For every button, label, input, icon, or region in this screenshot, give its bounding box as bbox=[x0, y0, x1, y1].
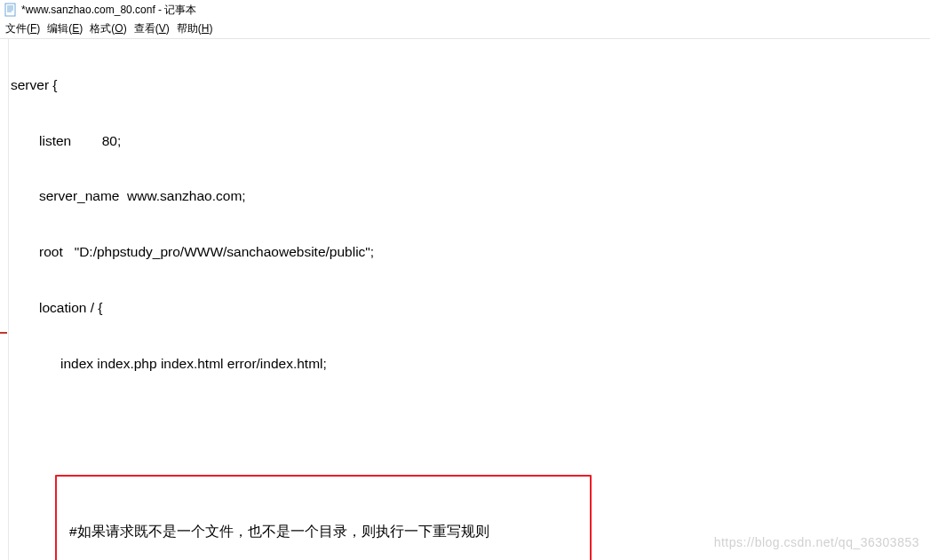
menu-bar: 文件(F) 编辑(E) 格式(O) 查看(V) 帮助(H) bbox=[0, 20, 930, 39]
menu-help[interactable]: 帮助(H) bbox=[177, 21, 213, 36]
window-titlebar: *www.sanzhao.com_80.conf - 记事本 bbox=[0, 0, 930, 20]
code-line: server_name www.sanzhao.com; bbox=[11, 187, 930, 206]
left-gutter bbox=[0, 39, 9, 560]
window-title: *www.sanzhao.com_80.conf - 记事本 bbox=[21, 3, 196, 18]
code-line: listen 80; bbox=[11, 132, 930, 151]
highlight-annotation-box: #如果请求既不是一个文件，也不是一个目录，则执行一下重写规则 if (!-e $… bbox=[55, 475, 592, 560]
code-line: index index.php index.html error/index.h… bbox=[11, 355, 930, 374]
notepad-icon bbox=[4, 3, 18, 17]
code-line: #如果请求既不是一个文件，也不是一个目录，则执行一下重写规则 bbox=[69, 523, 577, 541]
menu-format[interactable]: 格式(O) bbox=[90, 21, 126, 36]
menu-file[interactable]: 文件(F) bbox=[5, 21, 40, 36]
editor-content[interactable]: server { listen 80; server_name www.sanz… bbox=[11, 39, 930, 560]
menu-edit[interactable]: 编辑(E) bbox=[47, 21, 83, 36]
code-line: server { bbox=[11, 76, 930, 95]
menu-view[interactable]: 查看(V) bbox=[134, 21, 170, 36]
watermark-text: https://blog.csdn.net/qq_36303853 bbox=[714, 535, 919, 549]
code-line: root "D:/phpstudy_pro/WWW/sanchaowebsite… bbox=[11, 243, 930, 262]
gutter-tick bbox=[0, 332, 7, 334]
spacer bbox=[11, 410, 930, 415]
code-line: location / { bbox=[11, 299, 930, 318]
